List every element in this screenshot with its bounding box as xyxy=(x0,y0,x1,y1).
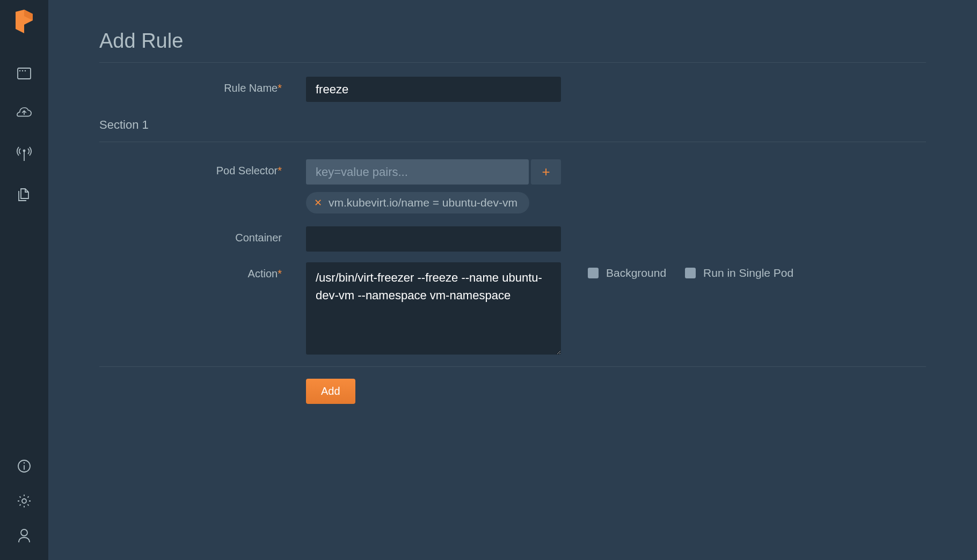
background-label: Background xyxy=(606,267,666,279)
dashboard-icon[interactable] xyxy=(16,65,32,82)
svg-point-10 xyxy=(21,529,27,536)
chip-container: ✕ vm.kubevirt.io/name = ubuntu-dev-vm xyxy=(306,192,926,213)
selector-chip: ✕ vm.kubevirt.io/name = ubuntu-dev-vm xyxy=(306,192,529,213)
user-icon[interactable] xyxy=(16,528,32,544)
chip-text: vm.kubevirt.io/name = ubuntu-dev-vm xyxy=(329,196,517,209)
container-input[interactable] xyxy=(306,226,561,252)
sidebar xyxy=(0,0,48,560)
submit-row: Add xyxy=(306,379,926,404)
add-selector-button[interactable]: + xyxy=(531,159,561,185)
sidebar-bottom-nav xyxy=(16,458,32,560)
chip-close-icon[interactable]: ✕ xyxy=(314,197,322,209)
run-single-pod-checkbox-item: Run in Single Pod xyxy=(685,267,793,279)
antenna-icon[interactable] xyxy=(16,146,32,162)
rule-name-label: Rule Name* xyxy=(99,77,306,94)
required-asterisk: * xyxy=(278,82,282,94)
pod-selector-row: Pod Selector* + xyxy=(99,159,926,185)
svg-point-9 xyxy=(22,499,26,503)
action-row: Action* /usr/bin/virt-freezer --freeze -… xyxy=(99,262,926,355)
run-single-pod-label: Run in Single Pod xyxy=(703,267,793,279)
section-divider xyxy=(99,142,926,142)
rule-name-row: Rule Name* xyxy=(99,77,926,102)
background-checkbox-item: Background xyxy=(588,267,666,279)
required-asterisk: * xyxy=(278,165,282,176)
action-label: Action* xyxy=(99,262,306,280)
cloud-upload-icon[interactable] xyxy=(16,106,32,122)
svg-rect-0 xyxy=(18,68,31,79)
add-button[interactable]: Add xyxy=(306,379,355,404)
rule-name-label-text: Rule Name xyxy=(224,82,278,94)
rule-name-input[interactable] xyxy=(306,77,561,102)
container-label: Container xyxy=(99,226,306,244)
gear-icon[interactable] xyxy=(16,493,32,509)
container-row: Container xyxy=(99,226,926,252)
action-textarea[interactable]: /usr/bin/virt-freezer --freeze --name ub… xyxy=(306,262,561,355)
bottom-divider xyxy=(99,366,926,367)
action-label-text: Action xyxy=(248,268,278,279)
background-checkbox[interactable] xyxy=(588,268,599,278)
page-title: Add Rule xyxy=(99,30,926,53)
info-icon[interactable] xyxy=(16,458,32,474)
required-asterisk: * xyxy=(278,268,282,279)
pod-selector-label-text: Pod Selector xyxy=(216,165,278,176)
checkbox-group: Background Run in Single Pod xyxy=(588,262,793,279)
documents-icon[interactable] xyxy=(16,186,32,202)
sidebar-top-nav xyxy=(16,65,32,202)
plus-icon: + xyxy=(542,164,550,180)
section-1-title: Section 1 xyxy=(99,118,926,132)
pod-selector-label: Pod Selector* xyxy=(99,159,306,177)
app-logo[interactable] xyxy=(13,10,35,33)
pod-selector-input[interactable] xyxy=(306,159,529,185)
svg-point-5 xyxy=(24,150,25,152)
title-divider xyxy=(99,62,926,63)
main-content: Add Rule Rule Name* Section 1 Pod Select… xyxy=(48,0,977,560)
run-single-pod-checkbox[interactable] xyxy=(685,268,696,278)
selector-input-group: + xyxy=(306,159,561,185)
